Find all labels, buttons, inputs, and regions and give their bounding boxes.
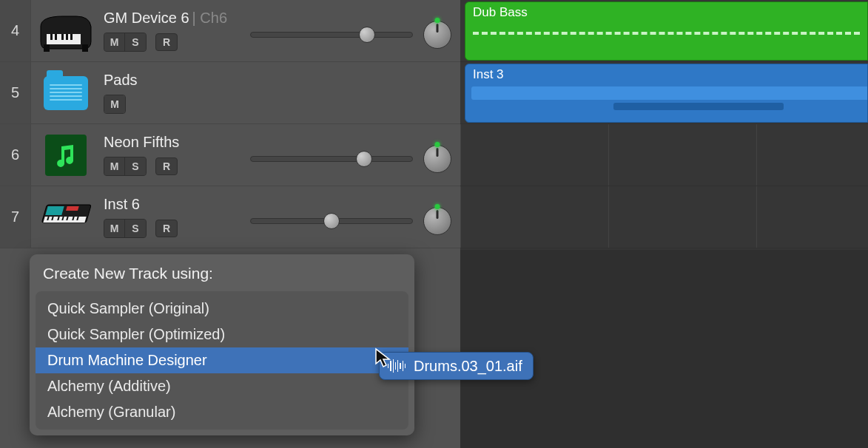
midi-region-dub-bass[interactable]: Dub Bass [465,1,868,61]
track-icon-cell[interactable] [31,135,101,176]
midi-notes-icon [471,86,867,100]
svg-rect-4 [66,34,68,40]
pan-indicator-icon [435,204,440,209]
popup-item-alchemy-additive[interactable]: Alchemy (Additive) [36,373,408,399]
track-number: 5 [0,62,31,123]
popup-item-drum-machine-designer[interactable]: Drum Machine Designer [36,347,408,373]
svg-rect-1 [50,34,53,40]
track-number: 4 [0,0,31,61]
popup-items-container: Quick Sampler (Original) Quick Sampler (… [36,291,408,430]
track-row[interactable]: 5 Pads M [0,62,460,124]
track-row[interactable]: 7 Inst 6 [0,186,460,248]
region-label: Inst 3 [473,67,504,81]
create-track-popup: Create New Track using: Quick Sampler (O… [30,254,414,435]
popup-item-alchemy-granular[interactable]: Alchemy (Granular) [36,399,408,425]
folder-icon [44,76,88,110]
mute-button[interactable]: M [104,220,125,237]
popup-item-quick-sampler-optimized[interactable]: Quick Sampler (Optimized) [36,322,408,347]
record-enable-button[interactable]: R [155,33,178,51]
pan-indicator-icon [435,18,440,23]
timeline-lane[interactable]: Dub Bass [460,0,868,62]
volume-thumb[interactable] [323,213,340,229]
track-icon-cell[interactable] [31,200,101,234]
volume-thumb[interactable] [356,151,372,167]
mute-button[interactable]: M [104,95,125,113]
svg-rect-2 [55,34,57,40]
popup-title: Create New Track using: [30,263,414,291]
timeline-lane[interactable] [460,124,868,186]
music-note-icon [45,135,87,176]
drag-file-label: Drums.03_01.aif [414,358,522,375]
track-name-label[interactable]: Inst 6 [104,196,140,213]
track-list-panel: 4 GM Device 6 | Ch6 [0,0,460,448]
drag-audio-file-chip[interactable]: Drums.03_01.aif [379,352,534,380]
solo-button[interactable]: S [125,33,146,51]
track-name-label[interactable]: GM Device 6 [104,10,189,27]
region-label: Dub Bass [473,5,528,19]
bar-gridlines [460,186,868,248]
svg-rect-10 [66,206,79,211]
timeline-lane[interactable] [460,186,868,248]
midi-region-inst-3[interactable]: Inst 3 [465,64,868,123]
track-name-label[interactable]: Pads [104,72,138,89]
waveform-icon [387,359,406,373]
timeline-area[interactable]: Dub Bass Inst 3 [460,0,868,448]
track-icon-cell[interactable] [31,76,101,110]
bar-gridlines [460,124,868,186]
pan-indicator-icon [435,142,440,147]
svg-rect-3 [61,34,64,40]
pan-knob[interactable] [423,207,451,235]
midi-notes-icon [613,103,784,110]
track-number: 7 [0,186,31,248]
solo-button[interactable]: S [125,220,146,237]
record-enable-button[interactable]: R [155,220,178,237]
track-row[interactable]: 6 Neon Fifths M S R [0,124,460,186]
solo-button[interactable]: S [125,157,146,175]
midi-notes-icon [473,32,860,35]
volume-thumb[interactable] [359,27,375,43]
volume-slider[interactable] [250,32,413,38]
track-row[interactable]: 4 GM Device 6 | Ch6 [0,0,460,62]
popup-item-quick-sampler-original[interactable]: Quick Sampler (Original) [36,296,408,322]
volume-slider[interactable] [250,218,413,224]
piano-icon [36,9,95,53]
timeline-lane[interactable]: Inst 3 [460,62,868,124]
volume-slider[interactable] [250,156,413,162]
track-number: 6 [0,124,31,186]
track-name-label[interactable]: Neon Fifths [104,134,179,151]
track-icon-cell[interactable] [31,9,101,53]
record-enable-button[interactable]: R [155,157,178,175]
pan-knob[interactable] [423,145,451,173]
logic-pro-window: 4 GM Device 6 | Ch6 [0,0,868,448]
svg-rect-5 [70,34,73,40]
pan-knob[interactable] [423,21,451,49]
track-channel-label: | Ch6 [192,10,227,27]
svg-rect-6 [44,44,50,52]
synth-keyboard-icon [36,200,95,234]
svg-rect-11 [43,217,86,223]
svg-rect-7 [82,44,88,52]
mute-button[interactable]: M [104,33,125,51]
mute-button[interactable]: M [104,157,125,175]
svg-rect-9 [45,206,64,215]
